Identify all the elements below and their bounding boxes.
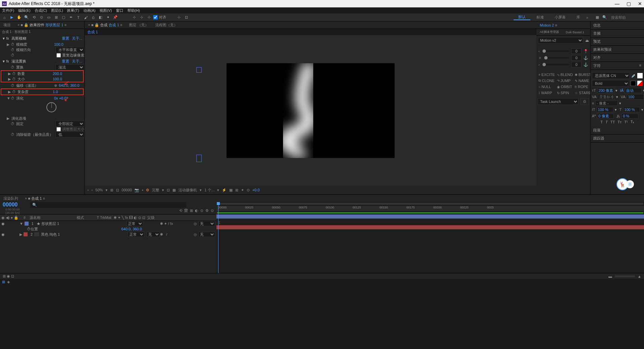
brush-tool[interactable]: 🖌 <box>83 14 89 21</box>
offset-value[interactable]: 640.0, 360.0 <box>59 83 84 87</box>
visibility-toggle[interactable]: ◉ <box>1 222 6 226</box>
workspace-library[interactable]: 库 <box>572 15 585 20</box>
stopwatch-icon[interactable]: ⏱ <box>11 71 16 76</box>
tool-clone[interactable]: ⧉CLONE <box>538 78 556 83</box>
pin-icon[interactable]: 📍 <box>583 49 588 53</box>
slider-track[interactable] <box>544 57 569 59</box>
parent-dropdown[interactable]: 无 <box>198 221 215 226</box>
stopwatch-icon[interactable]: ⏱ <box>10 47 15 52</box>
clone-stamp-tool[interactable]: ⎙ <box>90 14 96 21</box>
menu-layer[interactable]: 图层(L) <box>51 8 63 13</box>
tool-name[interactable]: ✎NAME <box>574 78 592 83</box>
pinning-dropdown[interactable]: 全部固定 <box>55 121 84 127</box>
slider-value-input[interactable] <box>571 55 581 61</box>
parent-dropdown[interactable]: 无 <box>198 232 215 237</box>
tab-composition[interactable]: × ■ 🔒 合成 合成 1 ≡ <box>85 22 126 29</box>
layer-row-1[interactable]: ◉ ▼ 1 ★ 形状图层 1 正常 ✱ ✦ / fx ◎ 无 <box>0 221 216 226</box>
trkmat-dropdown[interactable]: 无 <box>147 232 160 237</box>
stopwatch-icon[interactable]: ⏱ <box>10 83 15 88</box>
stopwatch-icon[interactable]: ⏱ <box>10 53 15 57</box>
font-style-dropdown[interactable]: Bold <box>592 80 629 87</box>
no-stroke-icon[interactable] <box>637 81 643 86</box>
direction-dropdown[interactable]: 水平和垂直 <box>55 47 84 53</box>
world-axis-icon[interactable]: ⊹ <box>138 14 145 21</box>
rotation-tool[interactable]: ⊙ <box>38 14 44 21</box>
tab-motion2[interactable]: Motion 2 ≡ <box>536 22 561 28</box>
panel-paragraph[interactable]: 段落 <box>591 126 644 134</box>
roi-icon[interactable]: ⊡ <box>167 188 170 192</box>
home-icon[interactable]: ⌂ <box>1 14 7 21</box>
channel-icon[interactable]: ▫ <box>91 188 93 192</box>
tool-orbit[interactable]: ◉ORBIT <box>556 84 574 89</box>
stopwatch-icon[interactable]: ⏱ <box>11 89 16 94</box>
roto-brush-tool[interactable]: ✦ <box>105 14 111 21</box>
slider-track[interactable] <box>542 50 569 52</box>
stopwatch-icon[interactable]: ⏱ <box>11 77 16 81</box>
workspace-default[interactable]: 默认 <box>514 14 530 20</box>
tool-rope[interactable]: ⎘ROPE <box>574 84 592 89</box>
snap-checkbox[interactable] <box>153 15 158 20</box>
stroke-options[interactable] <box>595 101 618 106</box>
slider-value-input[interactable] <box>571 48 581 54</box>
visibility-toggle[interactable]: ◉ <box>1 232 6 237</box>
position-value[interactable]: 640.0, 360.0 <box>121 227 142 231</box>
effect-gaussian-blur-header[interactable]: ▼ fx 高斯模糊 重置 关于... <box>0 35 84 42</box>
tool-excite[interactable]: +EXCITE <box>538 72 556 77</box>
minimize-button[interactable]: — <box>615 1 619 6</box>
font-family-dropdown[interactable]: 思源黑体 CN <box>592 72 630 79</box>
transparency-icon[interactable]: ▦ <box>172 188 176 192</box>
timeline-ruler[interactable]: 00000 00025 00050 00075 00100 00125 0015… <box>216 206 644 212</box>
kerning-input[interactable] <box>598 94 615 100</box>
local-axis-icon[interactable]: ⊹ <box>131 14 137 21</box>
puppet-tool[interactable]: 📌 <box>112 14 118 21</box>
comp-canvas[interactable] <box>227 63 395 158</box>
show-channel-icon[interactable]: ▪ <box>142 188 143 192</box>
header-parent[interactable]: 父级 <box>147 215 167 220</box>
antialias-dropdown[interactable]: 低 <box>55 131 84 138</box>
exposure-icon[interactable]: ⊙ <box>247 188 250 192</box>
layer-handle-top[interactable] <box>196 67 202 73</box>
amount-value[interactable]: 200.0 <box>53 72 83 76</box>
panel-align[interactable]: 对齐 <box>591 54 644 62</box>
type-tool[interactable]: T <box>75 14 81 21</box>
vscale-input[interactable] <box>597 107 613 112</box>
zoom-out-icon[interactable]: ▬ <box>608 274 612 278</box>
task-launch-dropdown[interactable]: Task Launch <box>538 98 578 105</box>
tab-script-manager[interactable]: AE脚本管理器 <box>536 29 562 35</box>
blend-mode-dropdown[interactable]: 正常 <box>128 232 145 237</box>
complexity-value[interactable]: 1.0 <box>53 90 83 94</box>
tool-stare[interactable]: ☆STARE <box>574 90 592 95</box>
flowchart-icon[interactable]: ⊞ <box>235 188 238 192</box>
rectangle-tool[interactable]: ▢ <box>61 14 67 21</box>
menu-view[interactable]: 视图(V) <box>99 8 112 13</box>
menu-edit[interactable]: 编辑(E) <box>18 8 31 13</box>
layer-color-label[interactable] <box>24 232 28 236</box>
menu-window[interactable]: 窗口 <box>116 8 123 13</box>
view-axis-icon[interactable]: ⊹ <box>146 14 152 21</box>
smallcaps-icon[interactable]: Tт <box>618 120 622 124</box>
anchor-icon[interactable]: ⚓ <box>583 63 588 67</box>
menu-composition[interactable]: 合成(C) <box>35 8 47 13</box>
tab-layer[interactable]: 图层 （无） <box>126 22 152 29</box>
pixel-aspect-icon[interactable]: ▫ <box>87 188 89 192</box>
playhead[interactable] <box>218 202 218 273</box>
selection-tool[interactable]: ▶ <box>9 14 15 21</box>
timeline-tracks[interactable]: 00000 00025 00050 00075 00100 00125 0015… <box>216 202 644 273</box>
blend-mode-dropdown[interactable]: 正常 <box>126 221 143 226</box>
header-mode[interactable]: 模式 <box>77 215 97 220</box>
stopwatch-icon[interactable]: ⏱ <box>10 65 15 70</box>
fill-color-swatch[interactable] <box>637 73 643 78</box>
task-launch-button[interactable]: ⎙ <box>580 98 589 105</box>
anchor-icon[interactable]: ⚓ <box>583 56 588 60</box>
tool-spin[interactable]: ↻SPIN <box>556 90 574 95</box>
maximize-button[interactable]: ▢ <box>627 1 631 6</box>
reset-link[interactable]: 重置 <box>62 36 69 41</box>
color-mgmt-icon[interactable]: ⚙ <box>146 188 149 192</box>
workspace-small[interactable]: 小屏幕 <box>550 15 570 20</box>
menu-help[interactable]: 帮助(H) <box>127 8 140 13</box>
effect-toggle-icon[interactable]: ▼ fx <box>2 60 9 63</box>
hand-tool[interactable]: ✋ <box>16 14 22 21</box>
about-link[interactable]: 关于... <box>72 59 82 64</box>
floating-badge[interactable]: 🦌 英 <box>616 178 634 190</box>
frame-blend-icon[interactable]: ⊞ <box>190 208 193 213</box>
